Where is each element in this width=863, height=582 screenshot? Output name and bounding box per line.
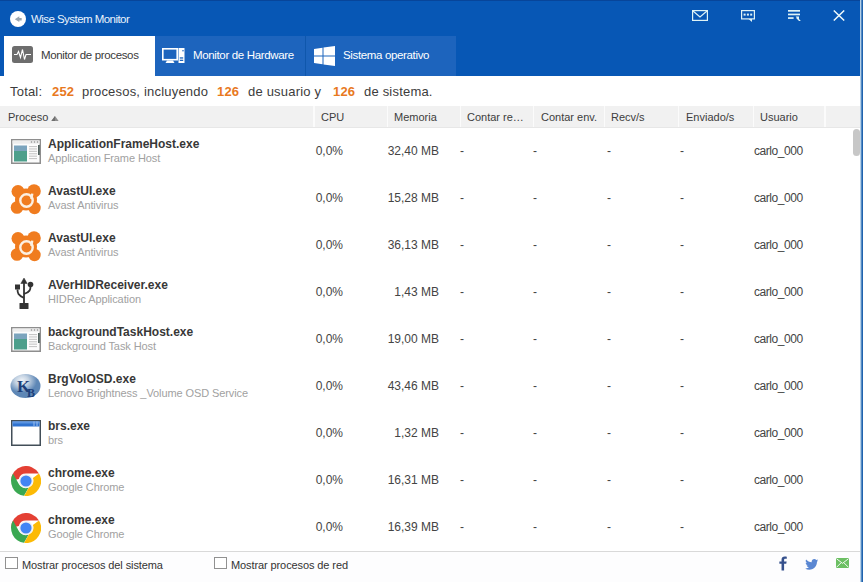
svg-text:B: B bbox=[27, 386, 35, 400]
